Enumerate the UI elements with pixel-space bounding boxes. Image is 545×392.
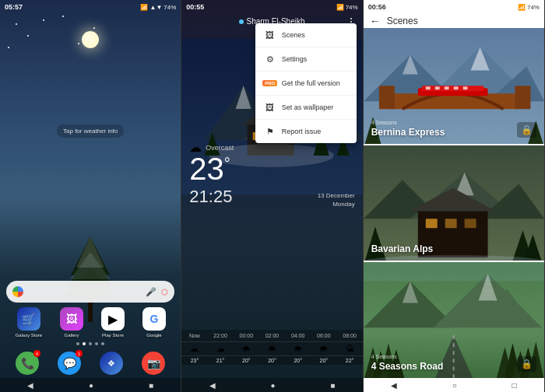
scene2-info: Bavarian Alps — [371, 242, 536, 254]
status-bar-weather: 00:55 📶 74% — [181, 0, 362, 14]
svg-rect-30 — [515, 86, 530, 109]
lens-icon[interactable]: ⬡ — [161, 288, 168, 296]
forecast-icon-5: 🌧 — [311, 344, 336, 354]
svg-rect-49 — [445, 219, 456, 228]
svg-rect-29 — [379, 86, 395, 109]
app-label-galaxy: Galaxy Store — [15, 333, 42, 338]
dock-camera[interactable]: 📷 — [142, 352, 165, 375]
dock: 📞 4 💬 1 ❖ 📷 — [0, 352, 181, 375]
nav-bar-home: ◀ ● ■ — [0, 378, 181, 392]
status-time: 05:57 — [5, 3, 23, 11]
page-dots — [76, 342, 104, 345]
menu-wallpaper-label: Set as wallpaper — [282, 103, 334, 111]
battery-icon-w: 74% — [346, 4, 358, 11]
menu-item-report[interactable]: ⚑ Report issue — [255, 120, 357, 143]
dock-messages[interactable]: 💬 1 — [58, 352, 81, 375]
scene3-info: 4 Seasons 4 Seasons Road — [371, 354, 536, 372]
nav-back-w[interactable]: ◀ — [209, 381, 216, 390]
signal-icon-w: 📶 — [336, 4, 344, 11]
app-label-google: Google — [146, 333, 161, 338]
menu-settings-label: Settings — [282, 55, 308, 63]
app-icon-play-store[interactable]: ▶ Play Store — [101, 307, 125, 338]
menu-item-settings[interactable]: ⚙ Settings — [255, 47, 357, 72]
forecast-hours: Now 22:00 00:00 02:00 04:00 06:00 08:00 — [181, 330, 362, 342]
scene1-name: Bernina Express — [371, 127, 536, 138]
app-icon-galaxy-store[interactable]: 🛒 Galaxy Store — [15, 307, 42, 338]
star — [16, 23, 17, 25]
svg-rect-72 — [364, 262, 544, 281]
svg-rect-48 — [425, 219, 437, 228]
weather-tap-label[interactable]: Tap for weather info — [57, 124, 124, 138]
forecast-icon-2: 🌧 — [234, 344, 259, 354]
dropdown-menu: 🖼 Scenes ⚙ Settings PRO Get the full ver… — [255, 23, 357, 143]
app-icon-gallery[interactable]: 🖼 Gallery — [60, 307, 83, 338]
nav-recent-s[interactable]: □ — [512, 381, 517, 390]
status-bar-home: 05:57 📶 ▲▼ 74% — [0, 0, 181, 14]
nav-recent-w[interactable]: ■ — [330, 381, 335, 390]
svg-rect-33 — [425, 86, 430, 89]
status-bar-scenes: 00:56 📶 74% — [364, 0, 544, 14]
signal-icon-s: 📶 — [518, 4, 526, 11]
page-dot — [95, 342, 98, 345]
status-right-s: 📶 74% — [518, 4, 540, 11]
hour-08: 08:00 — [336, 333, 362, 338]
status-right: 📶 ▲▼ 74% — [140, 4, 176, 11]
dock-samsung[interactable]: ❖ — [100, 352, 123, 375]
forecast-row: Now 22:00 00:00 02:00 04:00 06:00 08:00 … — [181, 330, 362, 365]
star — [43, 19, 44, 21]
page-dot — [101, 342, 104, 345]
scene1-info: 4 Seasons Bernina Express — [371, 120, 536, 138]
star — [62, 16, 64, 17]
time-display: 21:25 — [189, 187, 232, 207]
nav-home-w[interactable]: ● — [270, 381, 275, 390]
day-value: Monday — [318, 200, 355, 208]
svg-rect-35 — [444, 86, 448, 89]
settings-icon: ⚙ — [265, 54, 276, 65]
nav-home-s[interactable]: ○ — [452, 381, 457, 390]
app-icon-google[interactable]: G Google — [142, 307, 166, 338]
menu-item-pro[interactable]: PRO Get the full version — [255, 72, 357, 96]
screen-home: 05:57 📶 ▲▼ 74% Tap for weather info 🎤 — [0, 0, 181, 392]
nav-back-s[interactable]: ◀ — [391, 381, 397, 390]
scene3-tag: 4 Seasons — [371, 354, 536, 359]
menu-item-wallpaper[interactable]: 🖼 Set as wallpaper — [255, 96, 357, 120]
page-dot — [76, 342, 79, 345]
messages-badge: 1 — [76, 350, 83, 357]
phone-badge: 4 — [33, 350, 40, 357]
forecast-icon-6: 🌤 — [336, 344, 362, 354]
star — [8, 47, 9, 48]
nav-bar-weather: ◀ ● ■ — [181, 378, 362, 392]
date-info: 13 December Monday — [318, 191, 355, 208]
scene-card-4seasons[interactable]: 4 Seasons 4 Seasons Road 🔒 — [364, 262, 544, 378]
hour-06: 06:00 — [311, 333, 336, 338]
battery-icon: 74% — [164, 4, 176, 11]
mic-icon[interactable]: 🎤 — [146, 287, 156, 297]
forecast-icon-1: ☁ — [208, 344, 234, 354]
moon — [82, 31, 99, 48]
battery-icon-s: 74% — [527, 4, 540, 11]
wifi-icon: ▲▼ — [149, 4, 162, 11]
scene3-lock: 🔒 — [517, 356, 536, 372]
menu-item-scenes[interactable]: 🖼 Scenes — [255, 23, 357, 47]
back-button[interactable]: ← — [370, 15, 381, 27]
hour-04: 04:00 — [285, 333, 311, 338]
nav-home[interactable]: ● — [89, 381, 93, 390]
dock-phone[interactable]: 📞 4 — [16, 352, 39, 375]
search-bar[interactable]: 🎤 ⬡ — [6, 281, 174, 303]
nav-recent[interactable]: ■ — [149, 381, 153, 390]
app-row: 🛒 Galaxy Store 🖼 Gallery ▶ Play Store G … — [0, 307, 181, 338]
temp-unit: ° — [224, 155, 230, 172]
svg-rect-34 — [434, 86, 439, 89]
scene2-name: Bavarian Alps — [371, 243, 536, 254]
temp-08: 22° — [336, 358, 362, 363]
nav-back[interactable]: ◀ — [27, 381, 33, 390]
menu-pro-label: Get the full version — [282, 79, 340, 87]
google-logo — [12, 286, 23, 297]
menu-scenes-label: Scenes — [282, 31, 305, 39]
scene-card-bavarian[interactable]: Bavarian Alps — [364, 145, 544, 261]
pro-badge: PRO — [262, 80, 277, 86]
forecast-icons: ☁ ☁ 🌧 🌧 🌧 🌧 🌤 — [181, 342, 362, 356]
scene-card-bernina[interactable]: 4 Seasons Bernina Express 🔒 — [364, 28, 544, 144]
menu-report-label: Report issue — [282, 128, 322, 135]
nav-bar-scenes: ◀ ○ □ — [364, 378, 544, 392]
